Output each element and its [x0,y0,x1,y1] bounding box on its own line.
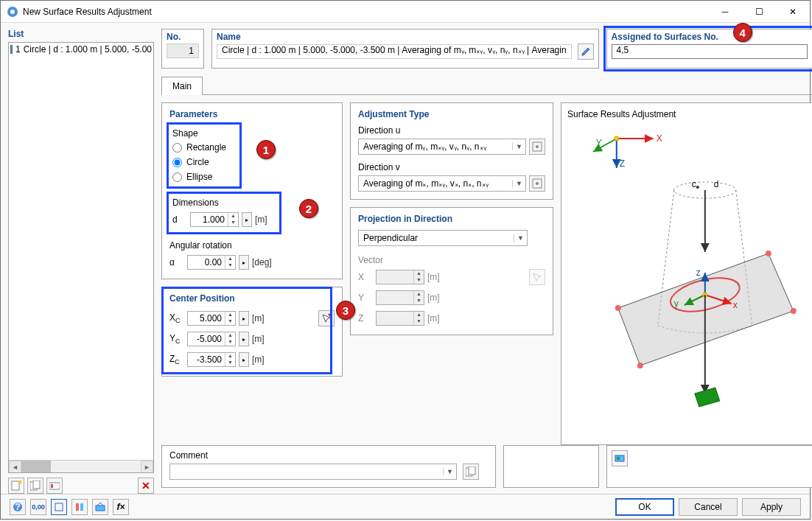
yc-spinner[interactable]: ▲▼ [187,332,236,346]
vy-unit: [m] [427,293,440,303]
up-icon[interactable]: ▲ [225,256,235,262]
xc-input[interactable] [188,312,225,325]
svg-text:d: d [714,179,719,189]
list-item[interactable]: 1 Circle | d : 1.000 m | 5.000, -5.00 [9,43,153,56]
list-hscroll[interactable]: ◄ ► [9,460,153,472]
dim-d-spinner[interactable]: ▲▼ [190,212,239,227]
xc-spinner[interactable]: ▲▼ [187,311,236,326]
adjustment-panel: Adjustment Type Direction u Averaging of… [350,102,553,200]
chevron-down-icon: ▼ [512,180,525,187]
list-box[interactable]: 1 Circle | d : 1.000 m | 5.000, -5.00 ◄ … [8,42,154,473]
svg-rect-49 [76,503,79,511]
new-icon[interactable] [8,478,24,494]
svg-marker-41 [695,388,720,407]
vz-unit: [m] [427,313,440,324]
help-icon[interactable]: ? [10,499,26,515]
svg-point-31 [637,363,643,368]
rot-menu[interactable]: ▸ [239,255,249,270]
zc-input[interactable] [188,353,225,366]
shape-rectangle[interactable]: Rectangle [172,140,234,155]
close-button[interactable]: ✕ [776,1,810,23]
dim-d-input[interactable] [191,213,228,226]
diru-dropdown[interactable]: Averaging of mᵧ, mₓᵧ, vᵧ, nᵧ, nₓᵧ▼ [358,139,526,155]
svg-text:Y: Y [596,138,602,148]
view1-icon[interactable] [51,499,67,515]
chevron-down-icon: ▼ [443,468,456,475]
callout-4: 4 [733,23,752,42]
down-icon[interactable]: ▼ [225,262,235,269]
svg-point-30 [791,308,797,314]
comment-library-icon[interactable] [463,464,479,480]
svg-point-28 [615,305,621,311]
scroll-left-icon[interactable]: ◄ [9,461,21,473]
diru-settings-icon[interactable] [529,139,545,155]
dirv-dropdown[interactable]: Averaging of mₓ, mₓᵧ, vₓ, nₓ, nₓᵧ▼ [358,175,526,192]
no-field: No. 1 [161,29,204,69]
projection-dropdown[interactable]: Perpendicular▼ [358,230,528,246]
library-icon[interactable] [46,478,63,494]
svg-rect-6 [51,484,53,488]
dim-d-menu[interactable]: ▸ [242,212,252,227]
units-icon[interactable]: 0,00 [30,499,46,515]
svg-point-19 [615,136,619,141]
xc-menu[interactable]: ▸ [239,311,249,326]
svg-point-1 [10,10,15,14]
shape-circle[interactable]: Circle [172,155,234,169]
vx-label: X [358,272,373,282]
up-icon[interactable]: ▲ [228,213,238,220]
view3-icon[interactable] [92,499,108,515]
scroll-right-icon[interactable]: ► [141,461,153,473]
no-label: No. [167,32,199,42]
vy-input [377,291,413,304]
apply-button[interactable]: Apply [742,498,801,516]
svg-rect-43 [469,466,475,475]
tab-main[interactable]: Main [161,77,203,95]
svg-rect-48 [55,503,63,511]
projection-value: Perpendicular [359,233,514,243]
rot-spinner[interactable]: ▲▼ [187,255,236,270]
down-icon[interactable]: ▼ [228,220,238,226]
down-icon[interactable]: ▼ [225,318,235,325]
zc-spinner[interactable]: ▲▼ [187,352,236,367]
fx-icon[interactable]: f× [113,499,129,515]
maximize-button[interactable]: ☐ [742,1,776,23]
preview-tools-panel [606,445,812,488]
rot-input[interactable] [188,256,225,269]
up-icon[interactable]: ▲ [225,312,235,318]
svg-point-29 [766,251,771,256]
svg-text:z: z [696,268,701,278]
no-value: 1 [167,43,199,58]
preview-render-icon[interactable] [612,450,628,466]
minimize-button[interactable]: ─ [708,1,742,23]
down-icon[interactable]: ▼ [225,360,235,366]
projection-panel: Projection in Direction Perpendicular▼ V… [350,207,553,335]
name-input[interactable]: Circle | d : 1.000 m | 5.000, -5.000, -3… [217,44,572,59]
assigned-input[interactable]: 4,5 [612,44,808,59]
zc-menu[interactable]: ▸ [239,352,249,367]
parameters-title: Parameters [169,109,335,119]
dirv-settings-icon[interactable] [529,175,545,192]
shape-group: Shape Rectangle Circle Ellipse [169,125,239,186]
down-icon[interactable]: ▼ [225,339,235,346]
ok-button[interactable]: OK [615,498,674,516]
copy-icon[interactable] [27,478,43,494]
svg-rect-45 [617,457,620,460]
up-icon[interactable]: ▲ [225,353,235,360]
rot-label: α [169,257,184,268]
zc-label: ZC [169,354,184,366]
delete-icon[interactable]: ✕ [138,478,154,494]
yc-menu[interactable]: ▸ [239,332,249,346]
edit-name-icon[interactable] [578,43,594,60]
pick-point-icon[interactable] [318,310,335,326]
yc-input[interactable] [188,332,225,346]
parameters-panel: Parameters Shape Rectangle Circle Ellips… [161,102,343,279]
shape-label: Shape [172,128,234,139]
shape-ellipse[interactable]: Ellipse [172,169,234,184]
name-field: Name Circle | d : 1.000 m | 5.000, -5.00… [211,29,599,69]
up-icon[interactable]: ▲ [225,332,235,339]
pick-vector-icon [529,269,545,285]
comment-dropdown[interactable]: ▼ [169,464,457,480]
view2-icon[interactable] [71,499,88,515]
zc-unit: [m] [252,354,265,365]
cancel-button[interactable]: Cancel [679,498,738,516]
